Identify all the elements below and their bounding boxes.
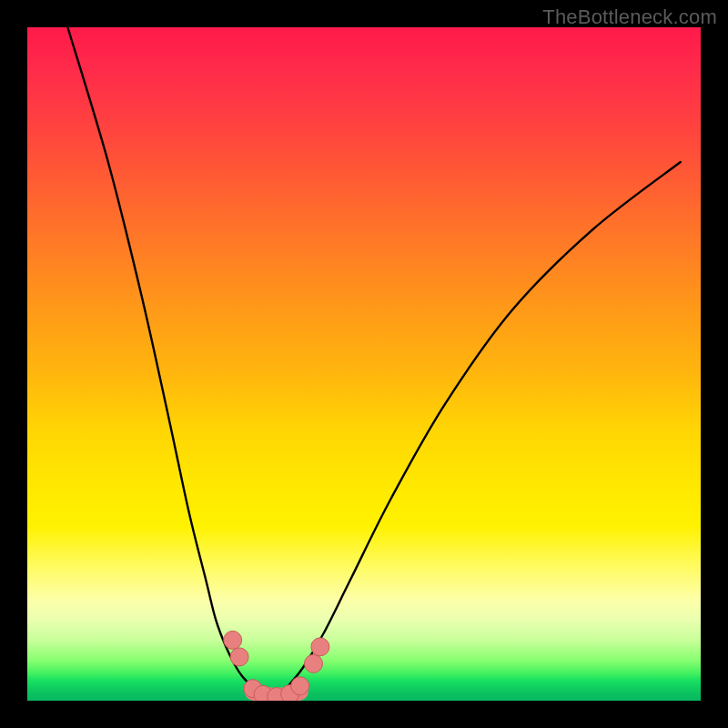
curve-left-branch: [67, 27, 276, 697]
chart-frame: TheBottleneck.com: [0, 0, 728, 728]
data-marker: [311, 638, 329, 656]
data-marker: [230, 648, 248, 666]
plot-area: [27, 27, 701, 701]
data-marker: [224, 631, 242, 649]
curves-svg: [27, 27, 701, 701]
data-marker: [305, 654, 323, 672]
data-marker: [291, 677, 309, 695]
watermark-text: TheBottleneck.com: [542, 5, 717, 29]
curve-right-branch: [277, 162, 681, 697]
